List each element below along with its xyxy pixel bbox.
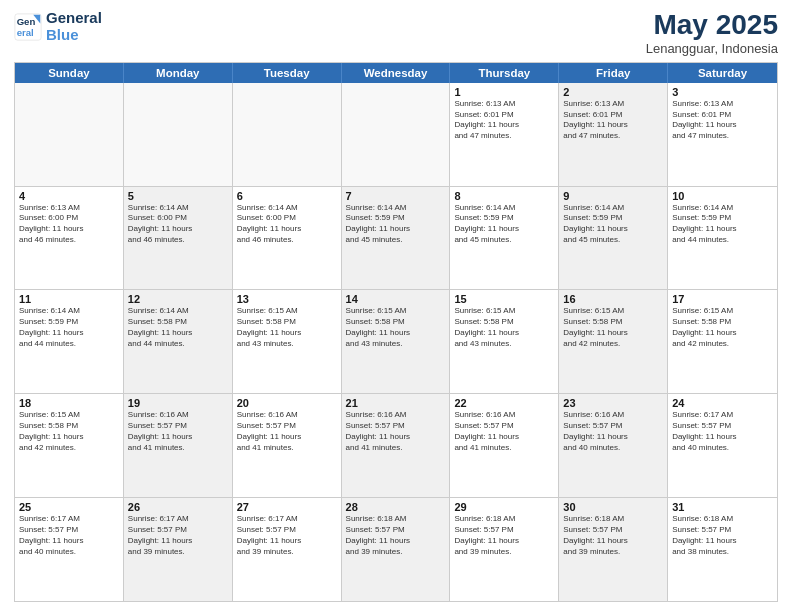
day-number: 17	[672, 293, 773, 305]
day-number: 26	[128, 501, 228, 513]
calendar-cell: 31Sunrise: 6:18 AM Sunset: 5:57 PM Dayli…	[668, 498, 777, 601]
calendar-cell: 7Sunrise: 6:14 AM Sunset: 5:59 PM Daylig…	[342, 187, 451, 290]
day-number: 16	[563, 293, 663, 305]
day-info: Sunrise: 6:13 AM Sunset: 6:01 PM Dayligh…	[563, 99, 663, 142]
day-info: Sunrise: 6:13 AM Sunset: 6:00 PM Dayligh…	[19, 203, 119, 246]
day-info: Sunrise: 6:15 AM Sunset: 5:58 PM Dayligh…	[672, 306, 773, 349]
day-number: 23	[563, 397, 663, 409]
calendar-cell: 19Sunrise: 6:16 AM Sunset: 5:57 PM Dayli…	[124, 394, 233, 497]
logo-line2: Blue	[46, 26, 79, 43]
day-info: Sunrise: 6:17 AM Sunset: 5:57 PM Dayligh…	[128, 514, 228, 557]
day-number: 10	[672, 190, 773, 202]
calendar-header-day: Monday	[124, 63, 233, 83]
day-info: Sunrise: 6:14 AM Sunset: 5:59 PM Dayligh…	[672, 203, 773, 246]
day-info: Sunrise: 6:13 AM Sunset: 6:01 PM Dayligh…	[454, 99, 554, 142]
calendar-header-day: Saturday	[668, 63, 777, 83]
day-number: 15	[454, 293, 554, 305]
day-info: Sunrise: 6:16 AM Sunset: 5:57 PM Dayligh…	[563, 410, 663, 453]
calendar-cell: 17Sunrise: 6:15 AM Sunset: 5:58 PM Dayli…	[668, 290, 777, 393]
logo-icon: Gen eral	[14, 13, 42, 41]
calendar-cell: 15Sunrise: 6:15 AM Sunset: 5:58 PM Dayli…	[450, 290, 559, 393]
day-number: 2	[563, 86, 663, 98]
day-info: Sunrise: 6:14 AM Sunset: 6:00 PM Dayligh…	[237, 203, 337, 246]
day-number: 13	[237, 293, 337, 305]
day-number: 12	[128, 293, 228, 305]
day-number: 14	[346, 293, 446, 305]
calendar-cell: 8Sunrise: 6:14 AM Sunset: 5:59 PM Daylig…	[450, 187, 559, 290]
calendar-cell: 3Sunrise: 6:13 AM Sunset: 6:01 PM Daylig…	[668, 83, 777, 186]
day-number: 6	[237, 190, 337, 202]
calendar-cell	[233, 83, 342, 186]
day-info: Sunrise: 6:18 AM Sunset: 5:57 PM Dayligh…	[346, 514, 446, 557]
day-number: 29	[454, 501, 554, 513]
day-info: Sunrise: 6:16 AM Sunset: 5:57 PM Dayligh…	[346, 410, 446, 453]
calendar-cell: 25Sunrise: 6:17 AM Sunset: 5:57 PM Dayli…	[15, 498, 124, 601]
day-number: 24	[672, 397, 773, 409]
day-number: 8	[454, 190, 554, 202]
day-info: Sunrise: 6:15 AM Sunset: 5:58 PM Dayligh…	[454, 306, 554, 349]
calendar-cell: 12Sunrise: 6:14 AM Sunset: 5:58 PM Dayli…	[124, 290, 233, 393]
logo-text: General Blue	[46, 10, 102, 43]
calendar-row: 11Sunrise: 6:14 AM Sunset: 5:59 PM Dayli…	[15, 289, 777, 393]
svg-text:Gen: Gen	[17, 16, 36, 27]
day-info: Sunrise: 6:15 AM Sunset: 5:58 PM Dayligh…	[563, 306, 663, 349]
calendar: SundayMondayTuesdayWednesdayThursdayFrid…	[14, 62, 778, 602]
day-info: Sunrise: 6:15 AM Sunset: 5:58 PM Dayligh…	[346, 306, 446, 349]
calendar-cell: 29Sunrise: 6:18 AM Sunset: 5:57 PM Dayli…	[450, 498, 559, 601]
day-info: Sunrise: 6:17 AM Sunset: 5:57 PM Dayligh…	[672, 410, 773, 453]
day-info: Sunrise: 6:18 AM Sunset: 5:57 PM Dayligh…	[563, 514, 663, 557]
calendar-cell: 6Sunrise: 6:14 AM Sunset: 6:00 PM Daylig…	[233, 187, 342, 290]
day-info: Sunrise: 6:17 AM Sunset: 5:57 PM Dayligh…	[19, 514, 119, 557]
day-number: 22	[454, 397, 554, 409]
month-title: May 2025	[646, 10, 778, 41]
calendar-cell: 2Sunrise: 6:13 AM Sunset: 6:01 PM Daylig…	[559, 83, 668, 186]
day-info: Sunrise: 6:14 AM Sunset: 6:00 PM Dayligh…	[128, 203, 228, 246]
calendar-cell: 5Sunrise: 6:14 AM Sunset: 6:00 PM Daylig…	[124, 187, 233, 290]
calendar-header-day: Wednesday	[342, 63, 451, 83]
calendar-cell: 13Sunrise: 6:15 AM Sunset: 5:58 PM Dayli…	[233, 290, 342, 393]
day-number: 1	[454, 86, 554, 98]
calendar-cell: 1Sunrise: 6:13 AM Sunset: 6:01 PM Daylig…	[450, 83, 559, 186]
day-number: 21	[346, 397, 446, 409]
title-block: May 2025 Lenangguar, Indonesia	[646, 10, 778, 56]
calendar-cell	[15, 83, 124, 186]
day-info: Sunrise: 6:14 AM Sunset: 5:59 PM Dayligh…	[563, 203, 663, 246]
calendar-cell: 26Sunrise: 6:17 AM Sunset: 5:57 PM Dayli…	[124, 498, 233, 601]
calendar-header: SundayMondayTuesdayWednesdayThursdayFrid…	[15, 63, 777, 83]
calendar-cell	[342, 83, 451, 186]
day-number: 5	[128, 190, 228, 202]
calendar-cell: 22Sunrise: 6:16 AM Sunset: 5:57 PM Dayli…	[450, 394, 559, 497]
calendar-cell: 4Sunrise: 6:13 AM Sunset: 6:00 PM Daylig…	[15, 187, 124, 290]
calendar-header-day: Friday	[559, 63, 668, 83]
calendar-header-day: Sunday	[15, 63, 124, 83]
calendar-cell: 14Sunrise: 6:15 AM Sunset: 5:58 PM Dayli…	[342, 290, 451, 393]
calendar-cell: 27Sunrise: 6:17 AM Sunset: 5:57 PM Dayli…	[233, 498, 342, 601]
logo-line1: General	[46, 10, 102, 27]
day-number: 18	[19, 397, 119, 409]
day-number: 7	[346, 190, 446, 202]
day-info: Sunrise: 6:15 AM Sunset: 5:58 PM Dayligh…	[19, 410, 119, 453]
day-info: Sunrise: 6:18 AM Sunset: 5:57 PM Dayligh…	[672, 514, 773, 557]
day-number: 20	[237, 397, 337, 409]
day-number: 19	[128, 397, 228, 409]
day-info: Sunrise: 6:16 AM Sunset: 5:57 PM Dayligh…	[454, 410, 554, 453]
day-number: 30	[563, 501, 663, 513]
day-number: 25	[19, 501, 119, 513]
day-number: 11	[19, 293, 119, 305]
day-number: 4	[19, 190, 119, 202]
calendar-row: 25Sunrise: 6:17 AM Sunset: 5:57 PM Dayli…	[15, 497, 777, 601]
day-info: Sunrise: 6:17 AM Sunset: 5:57 PM Dayligh…	[237, 514, 337, 557]
calendar-header-day: Tuesday	[233, 63, 342, 83]
calendar-cell: 11Sunrise: 6:14 AM Sunset: 5:59 PM Dayli…	[15, 290, 124, 393]
calendar-cell: 10Sunrise: 6:14 AM Sunset: 5:59 PM Dayli…	[668, 187, 777, 290]
calendar-cell: 9Sunrise: 6:14 AM Sunset: 5:59 PM Daylig…	[559, 187, 668, 290]
calendar-body: 1Sunrise: 6:13 AM Sunset: 6:01 PM Daylig…	[15, 83, 777, 601]
day-info: Sunrise: 6:14 AM Sunset: 5:58 PM Dayligh…	[128, 306, 228, 349]
day-info: Sunrise: 6:18 AM Sunset: 5:57 PM Dayligh…	[454, 514, 554, 557]
day-info: Sunrise: 6:14 AM Sunset: 5:59 PM Dayligh…	[454, 203, 554, 246]
calendar-header-day: Thursday	[450, 63, 559, 83]
calendar-row: 4Sunrise: 6:13 AM Sunset: 6:00 PM Daylig…	[15, 186, 777, 290]
day-number: 9	[563, 190, 663, 202]
header: Gen eral General Blue May 2025 Lenanggua…	[14, 10, 778, 56]
calendar-cell: 23Sunrise: 6:16 AM Sunset: 5:57 PM Dayli…	[559, 394, 668, 497]
